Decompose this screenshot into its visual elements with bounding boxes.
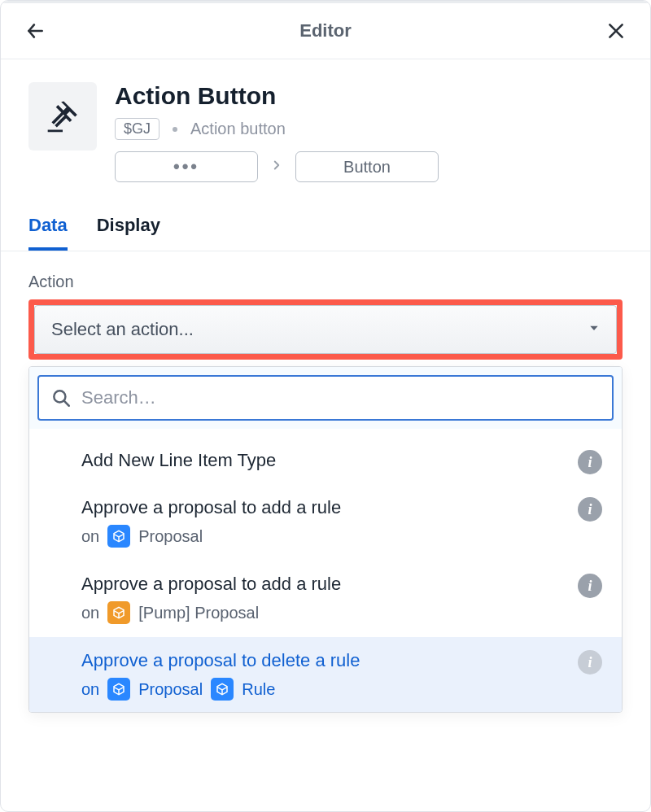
action-field-label: Action bbox=[28, 273, 623, 291]
tab-display[interactable]: Display bbox=[97, 215, 160, 251]
component-type-label: Action button bbox=[190, 120, 286, 138]
tab-data[interactable]: Data bbox=[28, 215, 68, 251]
action-search[interactable] bbox=[37, 375, 614, 421]
info-icon[interactable]: i bbox=[578, 450, 602, 474]
action-option-subline: onProposal bbox=[81, 525, 602, 548]
action-option-title: Approve a proposal to delete a rule bbox=[81, 650, 602, 671]
action-select-placeholder: Select an action... bbox=[51, 319, 194, 340]
arrow-left-icon bbox=[24, 20, 46, 41]
info-icon[interactable]: i bbox=[578, 497, 602, 522]
tabs: Data Display bbox=[1, 194, 650, 251]
topbar-title: Editor bbox=[299, 20, 352, 41]
close-icon bbox=[605, 20, 627, 41]
svg-marker-3 bbox=[590, 326, 597, 330]
editor-topbar: Editor bbox=[1, 1, 650, 59]
cube-icon bbox=[107, 678, 130, 701]
cube-icon bbox=[107, 601, 130, 624]
chevron-right-icon bbox=[269, 158, 284, 176]
action-option-subline: onProposalRule bbox=[81, 678, 602, 701]
action-option-title: Approve a proposal to add a rule bbox=[81, 574, 602, 595]
breadcrumb: ••• Button bbox=[115, 151, 623, 182]
close-button[interactable] bbox=[600, 15, 632, 47]
breadcrumb-last[interactable]: Button bbox=[295, 151, 439, 182]
action-search-input[interactable] bbox=[81, 387, 601, 408]
meta-bullet bbox=[173, 127, 177, 132]
action-option-title: Add New Line Item Type bbox=[81, 450, 602, 471]
action-option-title: Approve a proposal to add a rule bbox=[81, 497, 602, 518]
component-title: Action Button bbox=[115, 82, 623, 110]
component-header: Action Button $GJ Action button ••• Butt… bbox=[1, 59, 650, 194]
action-option-target: Proposal bbox=[138, 527, 203, 546]
info-icon[interactable]: i bbox=[578, 574, 602, 598]
action-option-target: Proposal bbox=[138, 680, 203, 699]
cube-icon bbox=[107, 525, 130, 548]
gavel-icon bbox=[28, 82, 97, 151]
action-option-target: Rule bbox=[242, 680, 275, 699]
action-option[interactable]: Approve a proposal to delete a ruleonPro… bbox=[29, 637, 622, 712]
action-option[interactable]: Approve a proposal to add a ruleonPropos… bbox=[29, 484, 622, 559]
action-select[interactable]: Select an action... bbox=[34, 305, 617, 354]
action-option-target: [Pump] Proposal bbox=[138, 604, 259, 622]
action-select-highlight: Select an action... bbox=[28, 299, 623, 360]
action-option[interactable]: Add New Line Item Typei bbox=[29, 437, 622, 482]
component-token[interactable]: $GJ bbox=[115, 118, 159, 140]
svg-line-5 bbox=[63, 400, 68, 405]
action-dropdown: Add New Line Item TypeiApprove a proposa… bbox=[28, 366, 623, 713]
action-option-subline: on[Pump] Proposal bbox=[81, 601, 602, 624]
cube-icon bbox=[211, 678, 234, 701]
breadcrumb-ellipsis[interactable]: ••• bbox=[115, 151, 258, 182]
chevron-down-icon bbox=[588, 322, 600, 337]
search-icon bbox=[50, 387, 72, 408]
back-button[interactable] bbox=[19, 15, 51, 47]
info-icon[interactable]: i bbox=[578, 650, 602, 674]
action-option[interactable]: Approve a proposal to add a ruleon[Pump]… bbox=[29, 561, 622, 635]
action-options-list: Add New Line Item TypeiApprove a proposa… bbox=[29, 429, 622, 712]
